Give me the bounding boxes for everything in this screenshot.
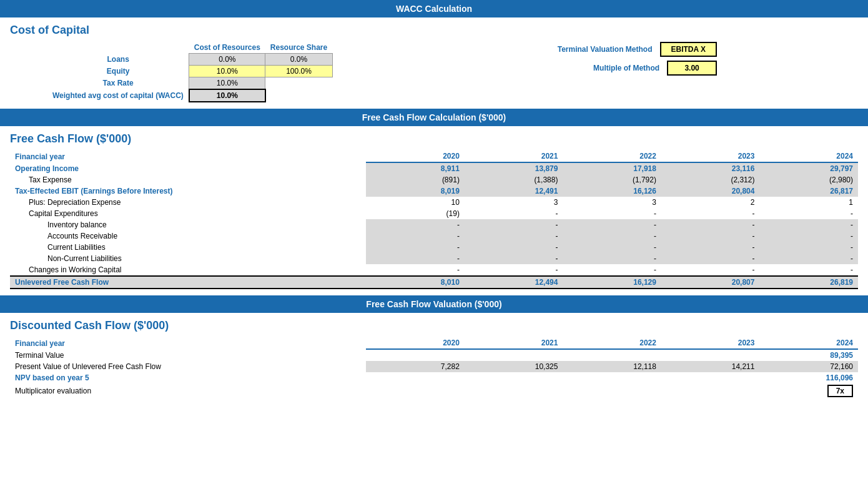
table-row: Non-Current Liabilities----- [10,253,858,264]
row-value: - [465,242,563,253]
year-header: 2020 [366,337,465,349]
year-header: 2023 [661,151,760,162]
npv-value [661,372,760,383]
fcf-table: Financial year20202021202220232024Operat… [10,151,858,289]
pv-value: 7,282 [366,361,465,372]
row-value: - [366,253,465,264]
row-value: 2 [661,197,760,208]
loans-label: Loans [47,54,189,66]
tax-rate-label: Tax Rate [47,77,189,90]
terminal-valuation-row: Terminal Valuation Method EBITDA X [558,42,717,57]
pv-value: 10,325 [465,361,563,372]
row-value: (2,312) [661,174,760,185]
row-label: Current Liabilities [10,242,366,253]
year-header: 2024 [759,337,858,349]
table-row: Current Liabilities----- [10,242,858,253]
table-row: Financial year20202021202220232024 [10,151,858,162]
row-value: 26,817 [759,185,858,197]
year-header: 2024 [759,151,858,162]
npv-value: 116,096 [759,372,858,383]
terminal-value-cell [661,349,760,361]
row-value: - [563,253,661,264]
row-value: - [465,208,563,219]
table-row: Inventory balance----- [10,219,858,230]
row-label: Accounts Receivable [10,230,366,242]
dcf-section: Discounted Cash Flow ($'000) Financial y… [0,313,868,405]
table-row: Operating Income8,91113,87917,91823,1162… [10,162,858,174]
row-label: Tax-Effected EBIT (Earnings Before Inter… [10,185,366,197]
fcf-calc-header: Free Cash Flow Calculation ($'000) [0,109,868,126]
table-row: Multiplicator evaluation7x [10,383,858,398]
multiplicator-value: 7x [759,383,858,398]
unlevered-fcf-label: Unlevered Free Cash Flow [10,276,366,289]
npv-value [563,372,661,383]
cost-of-capital-title: Cost of Capital [10,24,858,37]
row-value: - [563,242,661,253]
tax-rate-cost[interactable]: 10.0% [189,77,265,90]
row-value: - [563,219,661,230]
row-value: (19) [366,208,465,219]
unlevered-fcf-value: 16,129 [563,276,661,289]
row-value: - [465,253,563,264]
row-value: 16,126 [563,185,661,197]
row-value: 23,116 [661,162,760,174]
fcf-section: Free Cash Flow ($'000) Financial year202… [0,126,868,295]
financial-year-label: Financial year [10,337,366,349]
row-value: - [759,230,858,242]
col-cost-resources: Cost of Resources [189,42,265,54]
fcf-title: Free Cash Flow ($'000) [10,132,858,146]
pv-value: 12,118 [563,361,661,372]
row-value: - [563,208,661,219]
row-value: 13,879 [465,162,563,174]
equity-cost[interactable]: 10.0% [189,66,265,77]
row-value: - [759,208,858,219]
row-label: Changes in Working Capital [10,264,366,276]
multiplicator-value [661,383,760,398]
row-value: (1,792) [563,174,661,185]
unlevered-fcf-value: 26,819 [759,276,858,289]
table-row: Equity 10.0% 100.0% [47,66,332,77]
multiplicator-value [465,383,563,398]
multiple-of-method-value[interactable]: 3.00 [667,61,717,76]
terminal-valuation-label: Terminal Valuation Method [558,45,653,54]
row-value: 17,918 [563,162,661,174]
year-header: 2021 [465,151,563,162]
row-value: - [759,253,858,264]
row-value: - [465,264,563,276]
wacc-cost[interactable]: 10.0% [189,89,265,102]
terminal-value-cell: 89,395 [759,349,858,361]
row-value: 12,491 [465,185,563,197]
table-row: Tax-Effected EBIT (Earnings Before Inter… [10,185,858,197]
table-row: NPV based on year 5116,096 [10,372,858,383]
row-value: - [661,242,760,253]
loans-cost[interactable]: 0.0% [189,54,265,66]
cost-of-capital-section: Cost of Capital Cost of Resources Resour… [0,17,868,109]
year-header: 2022 [563,337,661,349]
dcf-title: Discounted Cash Flow ($'000) [10,319,858,332]
fcf-valuation-header: Free Cash Flow Valuation ($'000) [0,295,868,313]
row-value: (891) [366,174,465,185]
terminal-valuation-value[interactable]: EBITDA X [660,42,718,57]
row-value: - [661,219,760,230]
table-row: Loans 0.0% 0.0% [47,54,332,66]
multiplicator-value [366,383,465,398]
table-row: Capital Expenditures(19)---- [10,208,858,219]
year-header: 2023 [661,337,760,349]
terminal-value-cell [563,349,661,361]
loans-share[interactable]: 0.0% [265,54,332,66]
row-value: - [366,242,465,253]
terminal-value-label: Terminal Value [10,349,366,361]
row-value: 8,911 [366,162,465,174]
row-label: Tax Expense [10,174,366,185]
row-label: Operating Income [10,162,366,174]
row-value: - [465,230,563,242]
npv-value [465,372,563,383]
row-value: - [563,230,661,242]
row-value: - [661,230,760,242]
row-value: - [366,219,465,230]
row-value: (2,980) [759,174,858,185]
table-row: Terminal Value89,395 [10,349,858,361]
npv-value [366,372,465,383]
equity-share[interactable]: 100.0% [265,66,332,77]
year-header: 2022 [563,151,661,162]
